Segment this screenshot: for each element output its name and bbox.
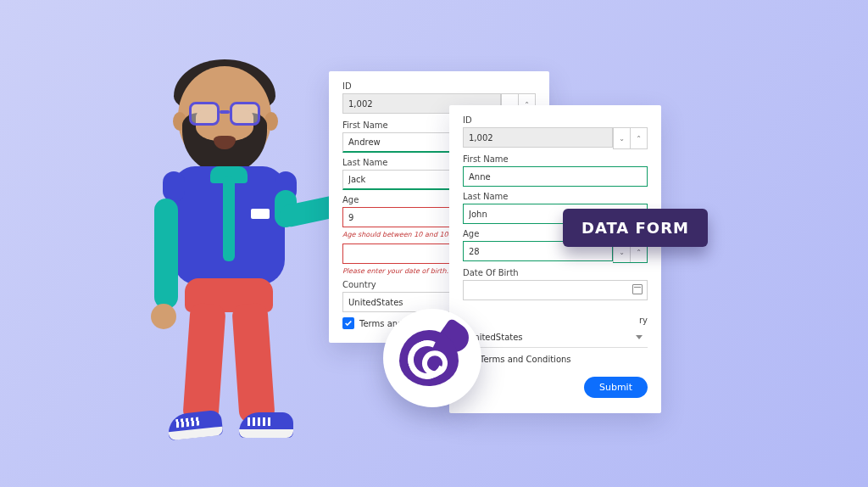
calendar-icon[interactable] — [632, 284, 643, 294]
dob-input[interactable] — [463, 280, 648, 300]
data-form-badge: DATA FORM — [563, 209, 708, 247]
country-select[interactable] — [463, 327, 648, 348]
id-label: ID — [342, 81, 536, 91]
first-name-input[interactable] — [463, 166, 648, 187]
blazor-logo — [383, 309, 481, 407]
id-label: ID — [463, 115, 648, 125]
first-name-label: First Name — [463, 154, 648, 164]
chevron-down-icon[interactable] — [636, 335, 643, 339]
dob-label: Date Of Birth — [463, 268, 648, 277]
character-illustration — [136, 66, 322, 465]
glasses-icon — [189, 102, 260, 126]
id-input[interactable] — [463, 127, 613, 148]
terms-label: Terms and Conditions — [480, 355, 571, 364]
form-card-valid: ID ⌄⌃ First Name Last Name Age ⌄⌃ Date O… — [449, 105, 661, 413]
submit-button[interactable]: Submit — [584, 377, 648, 398]
id-stepper[interactable]: ⌄⌃ — [613, 127, 648, 149]
last-name-label: Last Name — [463, 192, 648, 201]
terms-checkbox[interactable] — [342, 317, 354, 329]
country-label-partial: ry — [463, 316, 648, 325]
